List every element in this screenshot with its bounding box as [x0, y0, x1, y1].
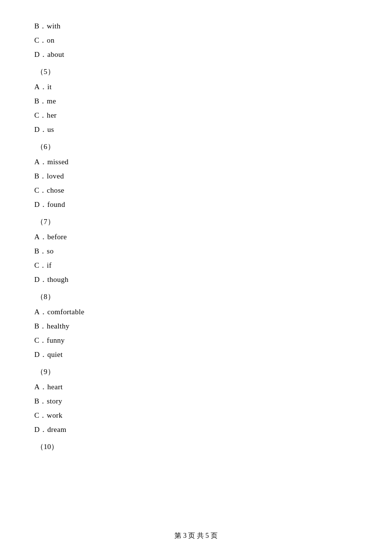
section-number: （9） — [34, 365, 358, 378]
list-item: D．about — [34, 48, 358, 61]
list-item: D．quiet — [34, 348, 358, 361]
section-7: （7） A．before B．so C．if D．though — [34, 215, 358, 286]
section-no-num: B．with C．on D．about — [34, 20, 358, 61]
list-item: D．dream — [34, 423, 358, 436]
list-item: B．so — [34, 245, 358, 258]
list-item: A．heart — [34, 380, 358, 394]
list-item: A．missed — [34, 155, 358, 169]
section-number: （6） — [34, 140, 358, 153]
list-item: B．story — [34, 395, 358, 408]
list-item: D．found — [34, 198, 358, 211]
section-8: （8） A．comfortable B．healthy C．funny D．qu… — [34, 290, 358, 361]
list-item: B．me — [34, 95, 358, 108]
list-item: C．her — [34, 109, 358, 122]
section-9: （9） A．heart B．story C．work D．dream — [34, 365, 358, 436]
list-item: D．us — [34, 123, 358, 136]
list-item: A．before — [34, 230, 358, 244]
section-number: （5） — [34, 65, 358, 78]
page-footer: 第 3 页 共 5 页 — [0, 531, 392, 540]
list-item: B．loved — [34, 170, 358, 183]
main-content: B．with C．on D．about （5） A．it B．me C．her … — [0, 0, 392, 485]
list-item: A．it — [34, 80, 358, 94]
footer-text: 第 3 页 共 5 页 — [174, 532, 218, 539]
list-item: C．chose — [34, 184, 358, 197]
section-number: （10） — [34, 440, 358, 454]
list-item: B．with — [34, 20, 358, 33]
list-item: C．if — [34, 259, 358, 272]
section-10: （10） — [34, 440, 358, 454]
list-item: B．healthy — [34, 320, 358, 333]
section-number: （8） — [34, 290, 358, 303]
section-number: （7） — [34, 215, 358, 228]
list-item: C．on — [34, 34, 358, 47]
section-6: （6） A．missed B．loved C．chose D．found — [34, 140, 358, 211]
section-5: （5） A．it B．me C．her D．us — [34, 65, 358, 136]
list-item: C．funny — [34, 334, 358, 347]
list-item: C．work — [34, 409, 358, 422]
list-item: A．comfortable — [34, 305, 358, 319]
list-item: D．though — [34, 273, 358, 286]
